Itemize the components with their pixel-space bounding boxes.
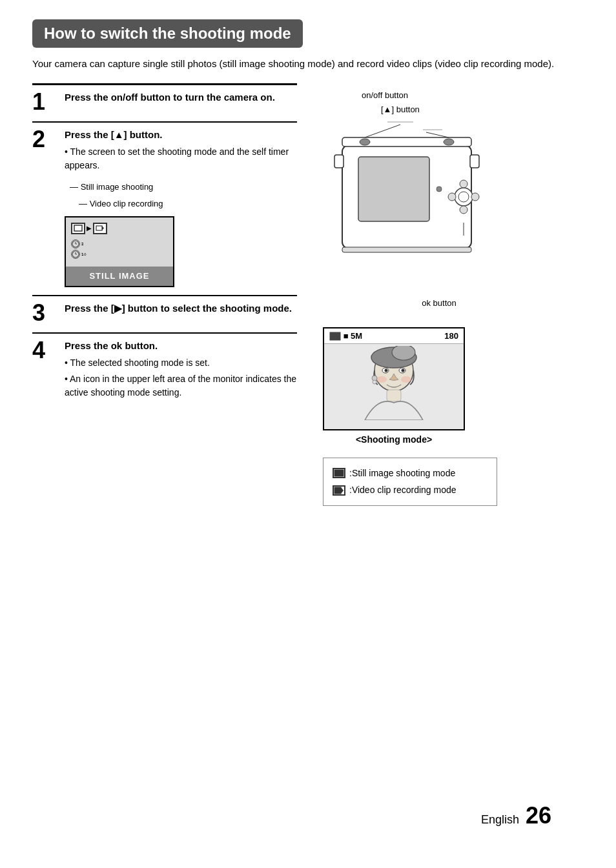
step-4-body: The selected shooting mode is set. An ic… — [65, 356, 297, 399]
svg-rect-1 — [96, 226, 102, 230]
portrait-area — [324, 344, 464, 421]
ok-button-label: ok button — [387, 298, 491, 308]
svg-point-36 — [402, 368, 405, 372]
step-1-row: 1 Press the on/off button to turn the ca… — [32, 83, 297, 121]
content-area: 1 Press the on/off button to turn the ca… — [32, 83, 584, 506]
intro-text: Your camera can capture single still pho… — [32, 57, 584, 72]
still-image-label: — Still image shooting — [70, 179, 297, 196]
video-clip-label: — Video clip recording — [79, 196, 297, 212]
timer-circle-10 — [71, 250, 80, 259]
svg-point-35 — [385, 368, 388, 372]
svg-rect-0 — [74, 225, 82, 231]
page-title-box: How to switch the shooting mode — [32, 19, 303, 48]
timer-2-label: ₂ — [81, 239, 84, 248]
svg-rect-43 — [334, 487, 341, 494]
svg-rect-23 — [470, 155, 479, 168]
svg-point-20 — [436, 187, 442, 192]
step-3-title: Press the [▶] button to select the shoot… — [65, 301, 297, 315]
onoff-button-label: on/off button — [362, 88, 408, 103]
svg-rect-22 — [334, 155, 344, 168]
step-4-bullet-1: The selected shooting mode is set. — [65, 356, 297, 370]
footer-page-number: 26 — [526, 802, 551, 829]
svg-point-19 — [471, 193, 479, 201]
svg-point-15 — [458, 192, 469, 202]
svg-point-16 — [460, 180, 467, 188]
timer-circle-2 — [71, 239, 80, 248]
legend-item-video: :Video clip recording mode — [333, 481, 488, 499]
svg-marker-44 — [341, 487, 344, 494]
timer-item-2: ₂ — [71, 239, 87, 248]
camera-top-section: on/off button [▲] button — [323, 88, 491, 308]
step-4-row: 4 Press the ok button. The selected shoo… — [32, 332, 297, 410]
page-title: How to switch the shooting mode — [44, 25, 291, 43]
right-col-layout: on/off button [▲] button — [323, 83, 584, 506]
svg-rect-41 — [387, 390, 401, 401]
svg-point-18 — [448, 193, 456, 201]
timer-item-10: ₁₀ — [71, 250, 87, 259]
step-2-row: 2 Press the [▲] button. The screen to se… — [32, 121, 297, 295]
arrow-icon: ▶ — [87, 223, 92, 234]
svg-point-17 — [460, 206, 467, 214]
legend-text-video: :Video clip recording mode — [349, 481, 457, 499]
svg-point-37 — [376, 376, 387, 383]
svg-point-12 — [360, 139, 370, 145]
step-2-title: Press the [▲] button. — [65, 128, 297, 141]
video-clip-icon — [93, 223, 107, 234]
still-image-bar: STILL IMAGE — [66, 267, 173, 286]
camera-screen-diagram: — Still image shooting — Video clip reco… — [65, 179, 297, 287]
right-column: on/off button [▲] button — [310, 83, 584, 506]
svg-point-38 — [401, 376, 411, 383]
step-3-content: Press the [▶] button to select the shoot… — [65, 301, 297, 319]
legend-icon-still — [333, 468, 345, 478]
timer-10-label: ₁₀ — [81, 250, 87, 259]
shooting-top-bar: ■ 5M 180 — [324, 328, 464, 345]
step-4-bullet-2: An icon in the upper left area of the mo… — [65, 372, 297, 399]
step-2-content: Press the [▲] button. The screen to set … — [65, 128, 297, 287]
svg-line-25 — [426, 132, 449, 137]
legend-text-still: :Still image shooting mode — [349, 465, 455, 482]
left-column: 1 Press the on/off button to turn the ca… — [32, 83, 310, 506]
mode-icons-row: ▶ — [71, 223, 107, 234]
svg-point-13 — [444, 139, 454, 145]
still-image-icon — [71, 223, 85, 234]
step-4-content: Press the ok button. The selected shooti… — [65, 339, 297, 402]
shooting-mode-caption: <Shooting mode> — [323, 434, 465, 445]
step-1-number: 1 — [32, 90, 58, 114]
step-2-number: 2 — [32, 128, 58, 151]
svg-rect-10 — [358, 157, 429, 221]
svg-marker-2 — [102, 226, 104, 230]
svg-line-24 — [365, 125, 400, 137]
legend-icon-video — [333, 485, 345, 496]
footer-language: English — [481, 813, 519, 827]
step-3-row: 3 Press the [▶] button to select the sho… — [32, 295, 297, 332]
timer-row: ₂ — [71, 239, 87, 259]
step-4-title: Press the ok button. — [65, 339, 297, 352]
step-1-content: Press the on/off button to turn the came… — [65, 90, 297, 108]
step-3-number: 3 — [32, 301, 58, 325]
camera-top-labels: on/off button [▲] button — [323, 88, 491, 117]
step-2-bullet-1: The screen to set the shooting mode and … — [65, 145, 297, 172]
step-2-body: The screen to set the shooting mode and … — [65, 145, 297, 287]
mini-camera-screen: ▶ — [65, 216, 174, 287]
camera-svg-container — [323, 119, 491, 296]
step-1-title: Press the on/off button to turn the came… — [65, 90, 297, 104]
svg-rect-42 — [334, 470, 344, 476]
legend-box: :Still image shooting mode :Video clip r… — [323, 458, 497, 506]
shooting-screen: ■ 5M 180 — [323, 327, 465, 430]
svg-point-32 — [392, 346, 415, 360]
svg-rect-29 — [330, 332, 340, 340]
step-4-number: 4 — [32, 339, 58, 362]
svg-point-40 — [373, 380, 376, 384]
screen-top-left: ■ 5M — [329, 331, 362, 341]
triangle-button-label: [▲] button — [381, 103, 420, 117]
screen-top-right: 180 — [444, 331, 458, 341]
shooting-mode-section: ■ 5M 180 — [323, 321, 465, 445]
svg-rect-21 — [342, 247, 471, 252]
page-footer: English 26 — [481, 802, 551, 829]
legend-item-still: :Still image shooting mode — [333, 465, 488, 482]
